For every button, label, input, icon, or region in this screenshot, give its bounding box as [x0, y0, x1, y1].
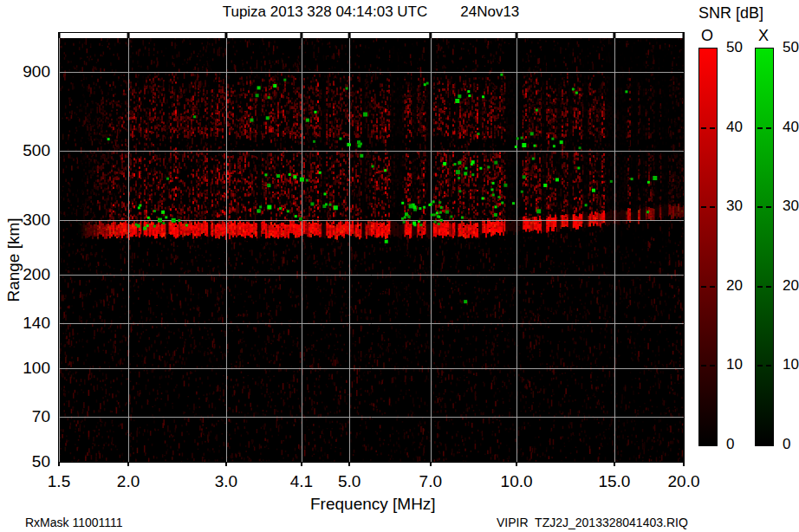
- x-tick-mark: [683, 463, 685, 466]
- x-tick-label: 4.1: [290, 472, 313, 491]
- y-tick-label: 140: [0, 315, 50, 332]
- x-mode-colorbar: [755, 48, 774, 446]
- x-tick-label: 5.0: [338, 472, 361, 491]
- x-tick-label: 20.0: [668, 472, 700, 491]
- y-tick-label: 100: [0, 360, 50, 377]
- x-tick-label: 15.0: [598, 472, 630, 491]
- ionogram-plot-area: [58, 32, 685, 463]
- colorbar-tick-dash: [710, 127, 715, 129]
- x-axis-title: Frequency [MHz]: [310, 495, 436, 514]
- colorbar-tick-dash: [757, 286, 763, 288]
- colorbar-tick-dash: [757, 127, 763, 129]
- colorbar-tick-label: 50: [726, 40, 743, 55]
- x-tick-mark: [348, 463, 350, 466]
- y-axis-title: Range [km]: [4, 217, 23, 302]
- x-tick-mark: [225, 463, 227, 466]
- x-tick-label: 1.5: [48, 472, 70, 491]
- chart-title: Tupiza 2013 328 04:14:03 UTC24Nov13: [54, 3, 688, 21]
- x-tick-mark: [430, 463, 432, 466]
- x-tick-mark: [516, 463, 517, 466]
- colorbar-tick-dash: [757, 206, 763, 208]
- rxmask-annotation: RxMask 11001111: [25, 516, 123, 529]
- y-tick-label: 500: [0, 142, 50, 159]
- colorbar-tick-label: 10: [726, 357, 743, 373]
- colorbar-tick-dash: [710, 206, 715, 208]
- x-tick-label: 10.0: [501, 472, 533, 491]
- y-tick-label: 900: [0, 63, 50, 81]
- x-mode-label: X: [755, 27, 772, 45]
- colorbar-tick-dash: [701, 127, 706, 129]
- colorbar-tick-dash: [710, 365, 715, 367]
- colorbar-tick-dash: [701, 286, 706, 288]
- vipir-ionogram-figure: Tupiza 2013 328 04:14:03 UTC24Nov13 SNR …: [0, 0, 799, 532]
- ionogram-canvas: [59, 33, 684, 462]
- data-file-annotation: VIPIR TZJ2J_2013328041403.RIQ: [497, 516, 688, 529]
- colorbar-tick-dash: [766, 206, 771, 208]
- colorbar-tick-label: 10: [783, 357, 799, 373]
- x-tick-label: 3.0: [215, 472, 237, 491]
- chart-title-text: Tupiza 2013 328 04:14:03 UTC: [223, 3, 428, 20]
- y-tick-label: 70: [0, 408, 50, 425]
- colorbar-tick-dash: [766, 286, 771, 288]
- colorbar-tick-dash: [701, 206, 706, 208]
- colorbar-tick-label: 0: [726, 437, 734, 452]
- x-tick-mark: [58, 463, 60, 466]
- colorbar-tick-dash: [710, 286, 715, 288]
- colorbar-tick-label: 40: [783, 120, 799, 135]
- colorbar-tick-dash: [766, 365, 771, 367]
- colorbar-tick-label: 20: [726, 278, 743, 294]
- x-tick-label: 7.0: [419, 472, 442, 491]
- o-mode-colorbar: [698, 48, 718, 446]
- colorbar-tick-dash: [766, 127, 771, 129]
- colorbar-tick-label: 30: [726, 198, 743, 214]
- x-tick-mark: [614, 463, 615, 466]
- y-tick-label: 50: [0, 453, 50, 470]
- x-tick-mark: [127, 463, 129, 466]
- x-tick-label: 2.0: [117, 472, 140, 491]
- colorbar-tick-dash: [757, 365, 763, 367]
- colorbar-tick-label: 30: [783, 198, 799, 214]
- colorbar-title: SNR [dB]: [698, 4, 763, 23]
- colorbar-tick-label: 40: [726, 120, 743, 135]
- o-mode-label: O: [698, 27, 716, 45]
- colorbar-tick-label: 20: [783, 278, 799, 294]
- colorbar-tick-dash: [701, 365, 706, 367]
- colorbar-tick-label: 50: [783, 40, 799, 55]
- colorbar-tick-label: 0: [783, 437, 790, 452]
- chart-date-label: 24Nov13: [460, 3, 519, 20]
- x-tick-mark: [301, 463, 302, 466]
